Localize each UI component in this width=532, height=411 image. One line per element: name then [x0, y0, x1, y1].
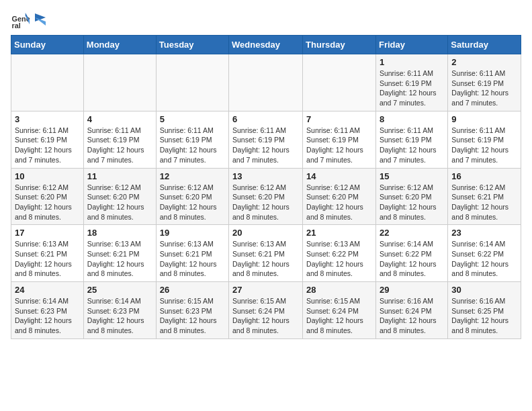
day-number: 8 [380, 114, 444, 124]
calendar-day-cell: 16Sunrise: 6:12 AM Sunset: 6:21 PM Dayli… [448, 168, 521, 225]
day-number: 1 [380, 57, 444, 67]
calendar-day-cell: 4Sunrise: 6:11 AM Sunset: 6:19 PM Daylig… [83, 111, 156, 168]
calendar-day-cell: 23Sunrise: 6:14 AM Sunset: 6:22 PM Dayli… [448, 225, 521, 282]
day-info: Sunrise: 6:14 AM Sunset: 6:23 PM Dayligh… [87, 296, 152, 336]
calendar-day-cell: 30Sunrise: 6:16 AM Sunset: 6:25 PM Dayli… [448, 282, 521, 339]
calendar-day-cell: 8Sunrise: 6:11 AM Sunset: 6:19 PM Daylig… [375, 111, 447, 168]
day-info: Sunrise: 6:11 AM Sunset: 6:19 PM Dayligh… [380, 68, 444, 108]
day-number: 17 [15, 228, 80, 238]
day-info: Sunrise: 6:11 AM Sunset: 6:19 PM Dayligh… [306, 126, 372, 165]
day-number: 3 [15, 114, 80, 124]
logo-icon: Gene ral [11, 11, 30, 30]
calendar-day-cell [11, 54, 84, 111]
day-info: Sunrise: 6:12 AM Sunset: 6:20 PM Dayligh… [232, 183, 299, 222]
calendar-week-row: 10Sunrise: 6:12 AM Sunset: 6:20 PM Dayli… [11, 168, 521, 225]
day-info: Sunrise: 6:14 AM Sunset: 6:22 PM Dayligh… [380, 239, 444, 279]
day-number: 6 [232, 114, 299, 124]
day-info: Sunrise: 6:11 AM Sunset: 6:19 PM Dayligh… [451, 126, 517, 165]
day-info: Sunrise: 6:12 AM Sunset: 6:20 PM Dayligh… [306, 183, 372, 222]
svg-text:ral: ral [12, 21, 21, 30]
day-info: Sunrise: 6:12 AM Sunset: 6:20 PM Dayligh… [87, 183, 152, 222]
calendar-day-cell: 2Sunrise: 6:11 AM Sunset: 6:19 PM Daylig… [448, 54, 521, 111]
calendar-day-cell: 18Sunrise: 6:13 AM Sunset: 6:21 PM Dayli… [83, 225, 156, 282]
calendar-day-cell: 19Sunrise: 6:13 AM Sunset: 6:21 PM Dayli… [156, 225, 228, 282]
day-number: 19 [160, 228, 225, 238]
day-info: Sunrise: 6:13 AM Sunset: 6:21 PM Dayligh… [15, 239, 80, 279]
calendar-week-row: 3Sunrise: 6:11 AM Sunset: 6:19 PM Daylig… [11, 111, 521, 168]
column-header-thursday: Thursday [303, 36, 376, 54]
day-number: 25 [87, 285, 152, 295]
day-info: Sunrise: 6:16 AM Sunset: 6:24 PM Dayligh… [380, 296, 444, 336]
day-number: 18 [87, 228, 152, 238]
calendar-day-cell: 28Sunrise: 6:15 AM Sunset: 6:24 PM Dayli… [303, 282, 376, 339]
logo: Gene ral [11, 11, 47, 30]
calendar-day-cell: 15Sunrise: 6:12 AM Sunset: 6:20 PM Dayli… [375, 168, 447, 225]
day-info: Sunrise: 6:15 AM Sunset: 6:24 PM Dayligh… [306, 296, 372, 336]
day-info: Sunrise: 6:11 AM Sunset: 6:19 PM Dayligh… [15, 126, 80, 165]
day-number: 29 [380, 285, 444, 295]
calendar-day-cell: 11Sunrise: 6:12 AM Sunset: 6:20 PM Dayli… [83, 168, 156, 225]
calendar-day-cell: 27Sunrise: 6:15 AM Sunset: 6:24 PM Dayli… [229, 282, 303, 339]
day-info: Sunrise: 6:13 AM Sunset: 6:22 PM Dayligh… [306, 239, 372, 279]
day-info: Sunrise: 6:15 AM Sunset: 6:23 PM Dayligh… [160, 296, 225, 336]
day-number: 27 [232, 285, 299, 295]
day-number: 4 [87, 114, 152, 124]
column-header-monday: Monday [83, 36, 156, 54]
calendar-week-row: 24Sunrise: 6:14 AM Sunset: 6:23 PM Dayli… [11, 282, 521, 339]
calendar-day-cell: 14Sunrise: 6:12 AM Sunset: 6:20 PM Dayli… [303, 168, 376, 225]
calendar-day-cell [229, 54, 303, 111]
calendar-day-cell [303, 54, 376, 111]
calendar-week-row: 17Sunrise: 6:13 AM Sunset: 6:21 PM Dayli… [11, 225, 521, 282]
day-number: 16 [451, 171, 517, 181]
day-info: Sunrise: 6:14 AM Sunset: 6:23 PM Dayligh… [15, 296, 80, 336]
calendar-day-cell: 3Sunrise: 6:11 AM Sunset: 6:19 PM Daylig… [11, 111, 84, 168]
day-info: Sunrise: 6:11 AM Sunset: 6:19 PM Dayligh… [160, 126, 225, 165]
calendar-header-row: SundayMondayTuesdayWednesdayThursdayFrid… [11, 36, 521, 54]
column-header-wednesday: Wednesday [229, 36, 303, 54]
day-info: Sunrise: 6:12 AM Sunset: 6:21 PM Dayligh… [451, 183, 517, 222]
day-number: 26 [160, 285, 225, 295]
day-info: Sunrise: 6:13 AM Sunset: 6:21 PM Dayligh… [87, 239, 152, 279]
day-number: 22 [380, 228, 444, 238]
logo-wordmark [32, 11, 47, 30]
day-info: Sunrise: 6:12 AM Sunset: 6:20 PM Dayligh… [15, 183, 80, 222]
logo-flag-icon [34, 11, 47, 30]
day-number: 10 [15, 171, 80, 181]
day-number: 12 [160, 171, 225, 181]
column-header-sunday: Sunday [11, 36, 84, 54]
day-info: Sunrise: 6:11 AM Sunset: 6:19 PM Dayligh… [451, 68, 517, 108]
day-number: 24 [15, 285, 80, 295]
day-number: 7 [306, 114, 372, 124]
calendar-day-cell: 29Sunrise: 6:16 AM Sunset: 6:24 PM Dayli… [375, 282, 447, 339]
calendar-day-cell: 22Sunrise: 6:14 AM Sunset: 6:22 PM Dayli… [375, 225, 447, 282]
day-info: Sunrise: 6:13 AM Sunset: 6:21 PM Dayligh… [232, 239, 299, 279]
calendar-day-cell: 17Sunrise: 6:13 AM Sunset: 6:21 PM Dayli… [11, 225, 84, 282]
page-header: Gene ral [11, 11, 521, 30]
calendar-week-row: 1Sunrise: 6:11 AM Sunset: 6:19 PM Daylig… [11, 54, 521, 111]
day-number: 5 [160, 114, 225, 124]
day-info: Sunrise: 6:16 AM Sunset: 6:25 PM Dayligh… [451, 296, 517, 336]
day-number: 14 [306, 171, 372, 181]
calendar-day-cell: 21Sunrise: 6:13 AM Sunset: 6:22 PM Dayli… [303, 225, 376, 282]
calendar-day-cell: 1Sunrise: 6:11 AM Sunset: 6:19 PM Daylig… [375, 54, 447, 111]
calendar-day-cell: 10Sunrise: 6:12 AM Sunset: 6:20 PM Dayli… [11, 168, 84, 225]
day-info: Sunrise: 6:13 AM Sunset: 6:21 PM Dayligh… [160, 239, 225, 279]
day-number: 13 [232, 171, 299, 181]
calendar-day-cell: 25Sunrise: 6:14 AM Sunset: 6:23 PM Dayli… [83, 282, 156, 339]
calendar-day-cell: 24Sunrise: 6:14 AM Sunset: 6:23 PM Dayli… [11, 282, 84, 339]
day-info: Sunrise: 6:15 AM Sunset: 6:24 PM Dayligh… [232, 296, 299, 336]
day-number: 9 [451, 114, 517, 124]
day-number: 15 [380, 171, 444, 181]
calendar-day-cell [83, 54, 156, 111]
calendar-day-cell: 13Sunrise: 6:12 AM Sunset: 6:20 PM Dayli… [229, 168, 303, 225]
day-number: 21 [306, 228, 372, 238]
day-number: 2 [451, 57, 517, 67]
day-info: Sunrise: 6:12 AM Sunset: 6:20 PM Dayligh… [160, 183, 225, 222]
calendar-day-cell: 26Sunrise: 6:15 AM Sunset: 6:23 PM Dayli… [156, 282, 228, 339]
column-header-tuesday: Tuesday [156, 36, 228, 54]
day-number: 30 [451, 285, 517, 295]
day-info: Sunrise: 6:11 AM Sunset: 6:19 PM Dayligh… [380, 126, 444, 165]
day-info: Sunrise: 6:11 AM Sunset: 6:19 PM Dayligh… [232, 126, 299, 165]
day-number: 23 [451, 228, 517, 238]
calendar-day-cell: 5Sunrise: 6:11 AM Sunset: 6:19 PM Daylig… [156, 111, 228, 168]
